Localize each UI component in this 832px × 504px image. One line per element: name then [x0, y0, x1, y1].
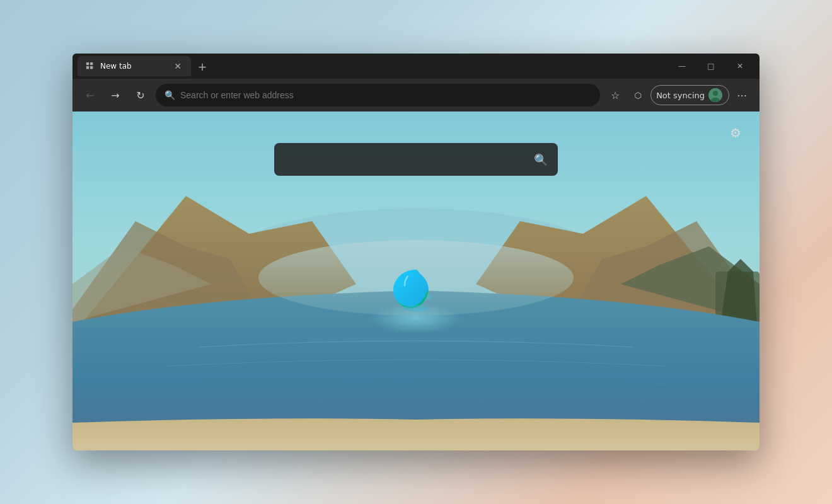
refresh-button[interactable]: ↻	[130, 85, 151, 105]
title-bar: New tab ✕ + — □ ✕	[72, 54, 760, 79]
search-container: 🔍	[274, 143, 558, 176]
active-tab[interactable]: New tab ✕	[78, 56, 191, 76]
collections-icon: ⬡	[634, 91, 641, 100]
window-controls: — □ ✕	[667, 56, 754, 76]
svg-point-13	[403, 305, 429, 312]
tab-title: New tab	[100, 62, 167, 71]
svg-rect-1	[90, 62, 93, 65]
content-area: ⚙ 🔍	[72, 112, 760, 450]
back-button[interactable]: ←	[80, 85, 100, 105]
svg-point-5	[713, 91, 718, 96]
tab-area: New tab ✕ +	[78, 54, 667, 79]
favorites-button[interactable]: ☆	[605, 85, 625, 105]
minimize-button[interactable]: —	[667, 56, 696, 76]
profile-label: Not syncing	[656, 91, 705, 100]
collections-button[interactable]: ⬡	[628, 85, 648, 105]
tab-close-button[interactable]: ✕	[172, 60, 183, 72]
url-bar[interactable]: 🔍	[156, 84, 600, 106]
url-search-icon: 🔍	[165, 90, 175, 100]
search-box: 🔍	[274, 143, 558, 176]
new-tab-search-input[interactable]	[284, 154, 526, 165]
avatar	[708, 88, 722, 102]
maximize-button[interactable]: □	[696, 56, 725, 76]
gear-icon: ⚙	[730, 125, 741, 140]
edge-logo	[388, 264, 444, 321]
svg-rect-3	[90, 66, 93, 69]
tab-favicon	[85, 61, 95, 71]
svg-rect-2	[86, 66, 89, 69]
svg-rect-0	[86, 62, 89, 65]
more-button[interactable]: ⋯	[732, 85, 752, 105]
profile-button[interactable]: Not syncing	[650, 85, 729, 105]
url-input[interactable]	[180, 90, 591, 100]
browser-window: New tab ✕ + — □ ✕ ← → ↻ 🔍 ☆ ⬡	[72, 54, 760, 450]
more-icon: ⋯	[737, 89, 747, 101]
close-button[interactable]: ✕	[725, 56, 754, 76]
toolbar-icons: ☆ ⬡ Not syncing ⋯	[605, 85, 752, 105]
address-bar: ← → ↻ 🔍 ☆ ⬡ Not syncing	[72, 79, 760, 112]
new-tab-button[interactable]: +	[194, 57, 211, 75]
forward-button[interactable]: →	[105, 85, 125, 105]
star-icon: ☆	[611, 89, 620, 101]
search-icon: 🔍	[534, 153, 548, 166]
settings-button[interactable]: ⚙	[724, 122, 747, 144]
